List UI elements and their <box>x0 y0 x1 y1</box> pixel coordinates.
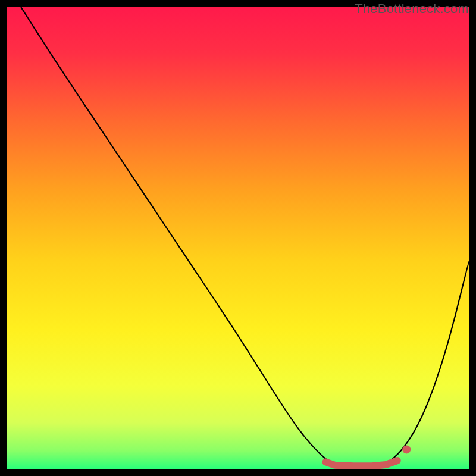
chart-background <box>7 7 469 469</box>
chart-svg <box>7 7 469 469</box>
chart-frame <box>7 7 469 469</box>
watermark-text: TheBottleneck.com <box>355 1 469 17</box>
optimal-point-marker <box>402 445 411 453</box>
